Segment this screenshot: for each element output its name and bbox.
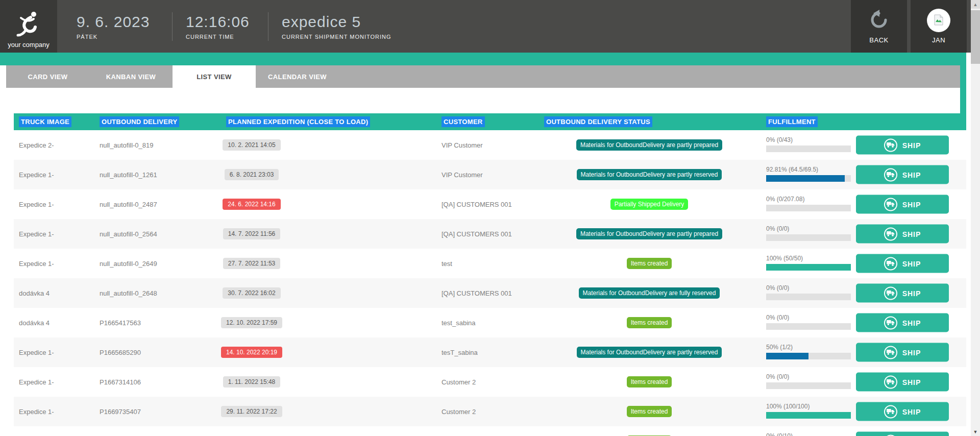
status-badge: Materials for OutboundDelivery are fully… — [579, 287, 720, 299]
customer-name: Customer 2 — [442, 408, 476, 416]
fulfillment-progressbar — [766, 353, 851, 359]
title-section: expedice 5 CURRENT SHIPMENT MONITORING — [268, 0, 851, 53]
table-row: dodávka 4 null_autofill-0_2648 30. 7. 20… — [14, 278, 966, 308]
fulfillment-value: 0% (0/43) — [766, 136, 851, 143]
back-button[interactable]: BACK — [851, 0, 907, 53]
status-badge: Items created — [627, 406, 672, 417]
broken-image-icon — [934, 14, 944, 27]
table-row: Expedice 1- null_autofill-0_2649 27. 7. … — [14, 249, 966, 278]
scrollbar-thumb[interactable] — [971, 10, 980, 64]
table-row: Expedice 1- null_autofill-0_2564 14. 7. … — [14, 219, 966, 249]
table-row: Items created 0% (0/10) SHIP — [14, 426, 966, 436]
status-badge: Materials for OutboundDelivery are partl… — [577, 347, 722, 358]
fulfillment-cell: 92.81% (64.5/69.5) — [766, 166, 851, 182]
truck-icon — [884, 346, 897, 359]
outbound-delivery-id: P1665685290 — [100, 349, 141, 356]
company-logo[interactable]: your company — [0, 0, 57, 53]
status-badge: Items created — [627, 317, 672, 328]
ship-button[interactable]: SHIP — [856, 225, 949, 244]
page-scrollbar[interactable]: ▲ ▼ — [971, 0, 980, 436]
planned-expedition-date: 27. 7. 2022 11:53 — [223, 258, 281, 269]
table-row: Expedice 1- null_autofill-0_2487 24. 6. … — [14, 189, 966, 219]
fulfillment-progress-fill — [766, 264, 851, 271]
status-badge: Items created — [627, 376, 672, 387]
tab-card-view[interactable]: CARD VIEW — [6, 65, 89, 88]
fulfillment-value: 0% (0/0) — [766, 284, 851, 292]
tab-kanban-view[interactable]: KANBAN VIEW — [89, 65, 173, 88]
customer-name: Customer 2 — [442, 378, 476, 386]
column-planned-expedition[interactable]: PLANNED EXPEDITION (CLOSE TO LOAD) — [226, 116, 370, 127]
fulfillment-value: 0% (0/0) — [766, 314, 851, 321]
customer-name: tesT_sabina — [442, 349, 478, 356]
customer-name: test_sabina — [442, 319, 476, 327]
column-fulfillment[interactable]: FULFILLMENT — [766, 116, 818, 127]
column-truck-image[interactable]: TRUCK IMAGE — [19, 116, 71, 127]
truck-icon — [884, 257, 897, 270]
ship-label: SHIP — [902, 289, 921, 297]
ship-button[interactable]: SHIP — [856, 432, 949, 436]
status-badge: Materials for OutboundDelivery are partl… — [576, 228, 722, 239]
fulfillment-cell: 0% (0/0) — [766, 373, 851, 389]
ship-button[interactable]: SHIP — [856, 254, 949, 273]
scrollbar-up-arrow[interactable]: ▲ — [971, 0, 980, 9]
ship-button[interactable]: SHIP — [856, 402, 949, 421]
fulfillment-progressbar — [766, 294, 851, 300]
truck-icon — [884, 286, 897, 300]
fulfillment-progressbar — [766, 205, 851, 211]
date-value: 9. 6. 2023 — [77, 13, 172, 31]
tab-list-view[interactable]: LIST VIEW — [173, 65, 256, 88]
ship-button[interactable]: SHIP — [856, 284, 949, 303]
column-customer[interactable]: CUSTOMER — [442, 116, 485, 127]
fulfillment-progressbar — [766, 175, 851, 182]
ship-label: SHIP — [902, 200, 921, 208]
ship-label: SHIP — [902, 378, 921, 386]
outbound-delivery-id: null_autofill-0_2564 — [100, 230, 157, 238]
ship-label: SHIP — [902, 230, 921, 238]
undo-arrow-icon — [868, 9, 890, 32]
outbound-delivery-id: null_autofill-0_2649 — [100, 260, 157, 268]
user-button[interactable]: JAN — [911, 0, 967, 53]
time-section: 12:16:06 CURRENT TIME — [173, 0, 268, 53]
truck-name: dodávka 4 — [19, 289, 50, 297]
planned-expedition-date: 30. 7. 2022 16:02 — [223, 287, 280, 299]
outbound-delivery-id: null_autofill-0_819 — [100, 141, 154, 149]
outbound-delivery-id: null_autofill-0_2648 — [100, 289, 157, 297]
outbound-delivery-id: null_autofill-0_2487 — [100, 201, 157, 208]
fulfillment-progressbar — [766, 264, 851, 271]
truck-icon — [884, 316, 897, 329]
planned-expedition-date: 6. 8. 2021 23:03 — [225, 169, 279, 180]
scrollbar-down-arrow[interactable]: ▼ — [971, 427, 980, 436]
date-day-label: PÁTEK — [77, 34, 172, 40]
table-row: Expedice 1- P1669735407 29. 11. 2022 17:… — [14, 397, 966, 426]
avatar — [927, 9, 950, 32]
back-label: BACK — [869, 36, 888, 44]
ship-button[interactable]: SHIP — [856, 136, 949, 155]
top-header: your company 9. 6. 2023 PÁTEK 12:16:06 C… — [0, 0, 971, 53]
fulfillment-progress-fill — [766, 175, 845, 182]
table-row: Expedice 1- null_autofill-0_1261 6. 8. 2… — [14, 160, 966, 189]
ship-button[interactable]: SHIP — [856, 313, 949, 332]
column-outbound-delivery[interactable]: OUTBOUND DELIVERY — [100, 116, 179, 127]
ship-button[interactable]: SHIP — [856, 165, 949, 184]
outbound-delivery-id: P1669735407 — [100, 408, 141, 416]
status-badge: Materials for OutboundDelivery are partl… — [576, 139, 722, 151]
fulfillment-value: 100% (50/50) — [766, 255, 851, 262]
ship-button[interactable]: SHIP — [856, 373, 949, 392]
truck-name: Expedice 1- — [19, 201, 54, 208]
truck-icon — [884, 138, 897, 152]
fulfillment-progressbar — [766, 382, 851, 389]
tab-calendar-view[interactable]: CALENDAR VIEW — [256, 65, 339, 88]
ship-label: SHIP — [902, 319, 921, 327]
dancer-logo-icon — [15, 10, 42, 41]
column-outbound-delivery-status[interactable]: OUTBOUND DELIVERY STATUS — [544, 116, 652, 127]
table-row: Expedice 1- P1667314106 1. 11. 2022 15:4… — [14, 367, 966, 397]
ship-button[interactable]: SHIP — [856, 343, 949, 362]
fulfillment-progress-fill — [766, 412, 851, 419]
fulfillment-value: 50% (1/2) — [766, 344, 851, 351]
ship-button[interactable]: SHIP — [856, 195, 949, 214]
planned-expedition-date: 14. 7. 2022 11:56 — [223, 228, 281, 239]
table-body: Expedice 2- null_autofill-0_819 10. 2. 2… — [14, 130, 966, 436]
page-title: expedice 5 — [282, 13, 851, 31]
fulfillment-cell: 0% (0/0) — [766, 225, 851, 241]
status-badge: Partially Shipped Delivery — [610, 199, 689, 210]
